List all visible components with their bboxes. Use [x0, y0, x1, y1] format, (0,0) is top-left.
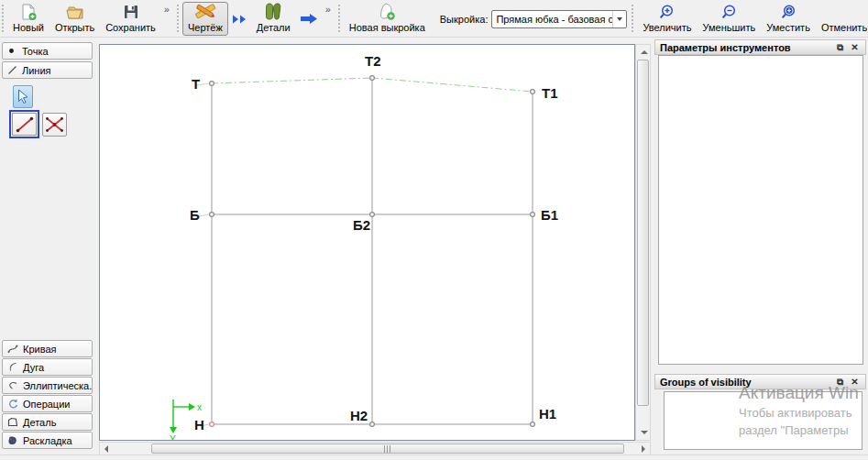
- sidebar-section-label: Дуга: [23, 362, 44, 373]
- toolbar-overflow-chevron[interactable]: »: [325, 4, 331, 15]
- undo-button[interactable]: Отменить move point label: [816, 2, 868, 36]
- sidebar-section-point[interactable]: Точка: [2, 42, 93, 60]
- pattern-canvas[interactable]: ТТ2Т1ББ2Б1НН2Н1xY: [99, 44, 635, 441]
- vertical-scrollbar[interactable]: [635, 44, 651, 441]
- sidebar-section-detail[interactable]: Деталь: [2, 413, 93, 431]
- point-label-Б2[interactable]: Б2: [353, 217, 370, 233]
- line-between-points-tool-button[interactable]: [9, 110, 39, 138]
- pattern-pieces-icon: [262, 2, 284, 21]
- pattern-line[interactable]: [372, 78, 533, 92]
- vertical-scrollbar-thumb[interactable]: [637, 60, 649, 406]
- new-file-button[interactable]: Новый: [7, 2, 49, 36]
- close-panel-icon[interactable]: ✕: [849, 376, 861, 388]
- zoom-fit-button[interactable]: Уместить: [761, 2, 816, 36]
- new-pattern-piece-button[interactable]: Новая выкройка: [344, 2, 431, 36]
- scroll-right-arrow[interactable]: [642, 445, 645, 453]
- sidebar-section-label: Эллиптическа...: [23, 380, 93, 391]
- block-arrow-icon: [300, 13, 319, 25]
- dock-panel-area: Параметры инструментов ⧉ ✕ Groups of vis…: [653, 38, 868, 455]
- point-label-Т1[interactable]: Т1: [542, 85, 558, 101]
- pattern-line[interactable]: [212, 78, 372, 83]
- pattern-point-Т[interactable]: [210, 82, 214, 86]
- sidebar-section-operations[interactable]: Операции: [2, 395, 93, 412]
- zoom-toolbar-group: Увеличить Уменьшить Уместить Отменить mo…: [630, 0, 868, 37]
- select-cursor-tool-button[interactable]: [13, 85, 33, 108]
- zoom-in-button[interactable]: Увеличить: [637, 2, 697, 36]
- float-panel-icon[interactable]: ⧉: [834, 376, 846, 388]
- sidebar-section-layout[interactable]: Раскладка: [2, 432, 93, 449]
- tool-options-title: Параметры инструментов: [660, 42, 791, 53]
- visibility-groups-panel-body: [664, 391, 863, 450]
- curve-icon: [7, 344, 18, 354]
- sidebar-section-arc[interactable]: Дуга: [2, 358, 93, 376]
- pattern-toolbar-group: Новая выкройка Выкройка: Прямая юбка - б…: [336, 0, 631, 37]
- pattern-point-Т1[interactable]: [531, 90, 535, 94]
- point-icon: [7, 46, 17, 56]
- details-mode-button[interactable]: Детали: [251, 2, 296, 36]
- scroll-left-arrow[interactable]: [104, 445, 108, 453]
- pattern-point-Б1[interactable]: [531, 213, 535, 217]
- float-panel-icon[interactable]: ⧉: [834, 41, 846, 53]
- sidebar-section-label: Кривая: [23, 344, 56, 355]
- cursor-arrow-icon: [16, 89, 29, 104]
- zoom-out-icon: [718, 4, 740, 21]
- zoom-fit-icon: [777, 4, 799, 21]
- arc-icon: [7, 362, 18, 372]
- mode-toolbar-group: Чертёж Детали »: [175, 0, 336, 37]
- horizontal-scrollbar[interactable]: [99, 442, 651, 455]
- close-panel-icon[interactable]: ✕: [849, 41, 861, 53]
- axis-y-arrowhead: [170, 427, 177, 433]
- detail-icon: [7, 417, 18, 427]
- sidebar-section-curve[interactable]: Кривая: [2, 340, 93, 357]
- toolbar-overflow-chevron[interactable]: »: [164, 4, 170, 15]
- pattern-select-value: Прямая юбка - базовая основа: [492, 14, 612, 25]
- chevron-down-icon: [617, 17, 622, 21]
- point-label-Н[interactable]: Н: [194, 417, 204, 433]
- new-pattern-piece-icon: [376, 2, 398, 21]
- label-leader-line: [199, 214, 209, 216]
- new-document-icon: [17, 3, 39, 21]
- sidebar-section-line[interactable]: Линия: [2, 61, 93, 79]
- layout-icon: [7, 435, 18, 445]
- pattern-point-Б[interactable]: [210, 213, 214, 217]
- save-file-button[interactable]: Сохранить: [100, 2, 161, 36]
- zoom-out-button[interactable]: Уменьшить: [698, 2, 762, 36]
- tool-options-panel-body: [658, 55, 863, 365]
- point-label-Т[interactable]: Т: [192, 76, 200, 92]
- visibility-groups-dock-title[interactable]: Groups of visibility ⧉ ✕: [654, 374, 866, 389]
- tool-options-dock-title[interactable]: Параметры инструментов ⧉ ✕: [654, 39, 866, 55]
- pattern-select[interactable]: Прямая юбка - базовая основа: [491, 10, 627, 28]
- horizontal-scrollbar-thumb[interactable]: [151, 444, 624, 454]
- pattern-point-Н[interactable]: [210, 422, 214, 427]
- pattern-point-Б2[interactable]: [370, 213, 375, 217]
- save-file-label: Сохранить: [105, 22, 156, 33]
- drawing-canvas-area: ТТ2Т1ББ2Б1НН2Н1xY: [99, 44, 651, 455]
- sidebar-section-label: Раскладка: [23, 435, 72, 446]
- zoom-out-label: Уменьшить: [703, 22, 756, 33]
- point-label-Т2[interactable]: Т2: [365, 53, 381, 69]
- new-file-label: Новый: [13, 22, 44, 33]
- point-label-Б1[interactable]: Б1: [541, 207, 558, 223]
- combo-dropdown-button[interactable]: [612, 11, 626, 27]
- line-icon: [7, 65, 17, 75]
- sidebar-section-label: Операции: [23, 399, 70, 410]
- point-label-Н2[interactable]: Н2: [350, 408, 368, 423]
- visibility-groups-title: Groups of visibility: [660, 377, 752, 388]
- axis-y-label: Y: [170, 434, 176, 440]
- point-label-Б[interactable]: Б: [190, 207, 200, 223]
- open-file-button[interactable]: Открыть: [49, 2, 100, 36]
- point-label-Н1[interactable]: Н1: [539, 406, 556, 422]
- scroll-up-arrow[interactable]: [641, 50, 648, 54]
- pattern-point-Н1[interactable]: [531, 422, 535, 427]
- scrollbar-grip: [384, 445, 391, 453]
- save-icon: [120, 3, 142, 21]
- draw-mode-button[interactable]: Чертёж: [182, 2, 228, 36]
- sidebar-section-label: Деталь: [23, 417, 56, 428]
- zoom-fit-label: Уместить: [766, 22, 810, 33]
- sidebar-section-elliptical[interactable]: Эллиптическа...: [2, 377, 93, 394]
- pattern-point-Н2[interactable]: [370, 422, 375, 427]
- line-intersection-tool-button[interactable]: [42, 113, 67, 137]
- pattern-point-Т2[interactable]: [370, 76, 375, 81]
- scroll-down-arrow[interactable]: [641, 431, 648, 434]
- double-arrow-icon: [232, 14, 247, 25]
